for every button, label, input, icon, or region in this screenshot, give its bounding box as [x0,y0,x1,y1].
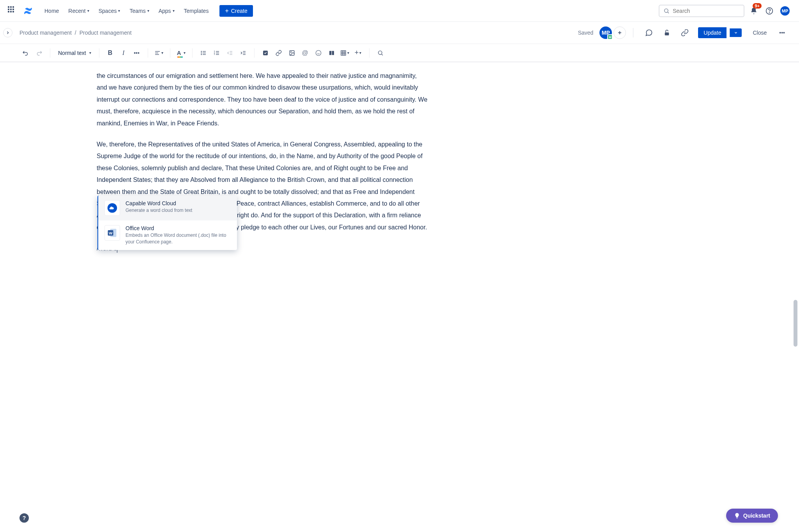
bold-button[interactable]: B [104,47,117,59]
nav-apps[interactable]: Apps▾ [155,5,179,16]
confluence-logo-icon[interactable] [23,6,33,16]
svg-text:W: W [109,231,113,235]
insert-dropdown[interactable]: +▾ [352,47,364,59]
numbered-list-button[interactable]: 123 [210,47,223,59]
paragraph[interactable]: the circumstances of our emigration and … [97,70,428,129]
svg-point-41 [378,51,382,54]
slash-item-word-cloud[interactable]: Capable Word Cloud Generate a word cloud… [98,196,237,220]
redo-button[interactable] [33,47,45,59]
chevron-down-icon: ▾ [173,9,175,13]
svg-rect-36 [341,51,346,55]
svg-rect-14 [203,53,206,53]
breadcrumb-page[interactable]: Product management [80,30,132,36]
app-switcher-icon[interactable] [8,6,17,16]
outdent-button[interactable] [224,47,236,59]
chevron-down-icon: ▾ [87,9,89,13]
text-style-dropdown[interactable]: Normal text▾ [55,48,94,58]
notifications-icon[interactable]: 9+ [748,5,760,17]
svg-point-0 [665,9,668,12]
svg-line-1 [668,12,669,13]
more-formatting-button[interactable]: ••• [131,47,143,59]
indent-button[interactable] [237,47,249,59]
text-color-button[interactable]: A▾ [175,47,187,59]
slash-item-desc: Generate a word cloud from text [126,207,231,214]
chevron-down-icon: ▾ [147,9,149,13]
slash-item-title: Capable Word Cloud [126,200,231,206]
nav-spaces[interactable]: Spaces▾ [95,5,124,16]
update-dropdown[interactable] [730,28,742,37]
slash-command-menu: Capable Word Cloud Generate a word cloud… [97,196,237,250]
layouts-button[interactable] [325,47,338,59]
editor-area[interactable]: the circumstances of our emigration and … [0,62,791,532]
breadcrumb-space[interactable]: Product management [19,30,72,36]
svg-rect-34 [329,51,331,55]
create-button[interactable]: +Create [219,5,253,17]
search-field[interactable] [673,8,741,14]
help-icon[interactable] [763,5,776,17]
link-button[interactable] [272,47,285,59]
svg-rect-13 [203,51,206,51]
svg-rect-15 [203,54,206,55]
bullet-list-button[interactable] [197,47,210,59]
expand-sidebar-button[interactable] [3,28,12,37]
plus-icon: + [225,7,228,14]
top-navigation: Home Recent▾ Spaces▾ Teams▾ Apps▾ Templa… [0,0,799,22]
image-button[interactable] [286,47,298,59]
svg-rect-6 [665,32,669,35]
nav-recent[interactable]: Recent▾ [64,5,93,16]
slash-item-title: Office Word [126,225,231,231]
svg-point-11 [201,52,202,53]
editor-avatar[interactable]: MP M [599,26,612,39]
quickstart-button[interactable]: Quickstart [726,509,778,523]
svg-rect-20 [216,53,219,53]
svg-rect-21 [216,54,219,55]
help-fab-icon[interactable]: ? [19,513,29,523]
svg-point-31 [316,50,321,55]
table-dropdown[interactable]: ▾ [339,47,351,59]
italic-button[interactable]: I [117,47,130,59]
undo-button[interactable] [19,47,32,59]
presence-status-icon: M [607,34,613,40]
search-input[interactable] [659,5,744,17]
svg-point-10 [201,51,202,52]
svg-line-42 [382,54,383,55]
mention-button[interactable]: @ [299,47,311,59]
nav-templates[interactable]: Templates [180,5,213,16]
update-button[interactable]: Update [698,27,727,38]
slash-item-desc: Embeds an Office Word document (.doc) fi… [126,232,231,245]
action-item-button[interactable] [259,47,272,59]
svg-rect-35 [332,51,334,55]
svg-rect-19 [216,51,219,51]
more-actions-icon[interactable]: ••• [776,28,788,37]
lightbulb-icon [734,513,740,519]
link-icon[interactable] [679,26,691,39]
user-avatar[interactable]: MP [779,5,791,17]
svg-text:3: 3 [214,53,215,55]
scrollbar[interactable] [793,62,797,532]
saved-status: Saved [578,30,594,36]
alignment-dropdown[interactable]: ▾ [153,47,165,59]
svg-point-3 [769,12,770,12]
chevron-down-icon: ▾ [118,9,120,13]
lock-icon[interactable] [661,26,673,39]
scrollbar-thumb[interactable] [794,300,797,347]
nav-home[interactable]: Home [41,5,63,16]
svg-point-12 [201,54,202,55]
nav-teams[interactable]: Teams▾ [126,5,153,16]
page-header: Product management / Product management … [0,22,799,44]
search-icon [663,8,670,14]
notification-badge: 9+ [753,3,762,9]
editor-toolbar: Normal text▾ B I ••• ▾ A▾ 123 @ ▾ +▾ [0,44,799,62]
emoji-button[interactable] [312,47,325,59]
breadcrumb: Product management / Product management [19,30,132,36]
svg-rect-28 [263,51,268,55]
word-cloud-icon [104,200,120,216]
office-word-icon: W [104,225,120,241]
close-button[interactable]: Close [748,27,771,38]
slash-item-office-word[interactable]: W Office Word Embeds an Office Word docu… [98,220,237,250]
invite-button[interactable] [613,26,626,39]
find-button[interactable] [374,47,387,59]
comments-icon[interactable] [643,26,655,39]
svg-point-30 [290,51,291,52]
